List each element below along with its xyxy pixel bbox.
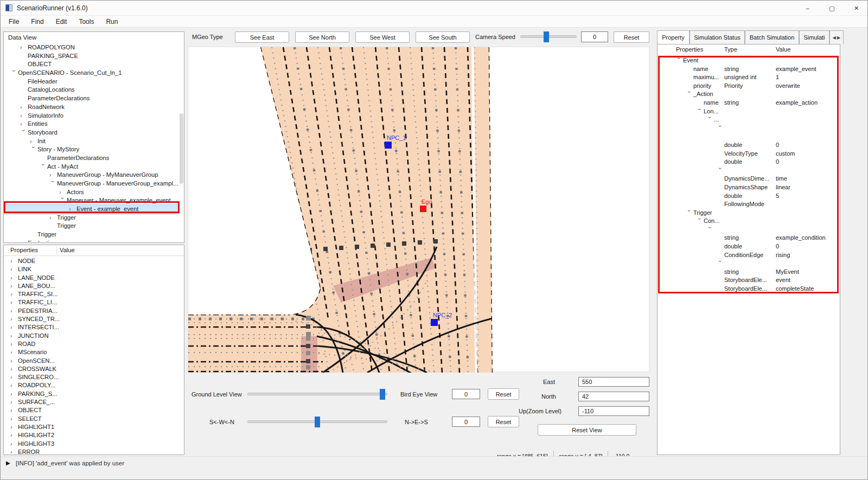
mgeo-property-item[interactable]: ›ERROR bbox=[4, 448, 184, 455]
property-row[interactable]: namestringexample_action bbox=[658, 99, 840, 107]
property-row[interactable]: ›Trigger bbox=[658, 209, 840, 217]
chevron-collapsed-icon[interactable]: › bbox=[10, 265, 18, 273]
rotation-input[interactable]: 0 bbox=[452, 417, 480, 427]
property-row[interactable]: › bbox=[658, 259, 840, 268]
property-row[interactable]: ›Con... bbox=[658, 217, 840, 226]
mgeo-property-item[interactable]: ›SINGLECRO... bbox=[4, 373, 184, 381]
vehicle-npc1-marker[interactable] bbox=[385, 142, 392, 149]
mgeo-property-item[interactable]: ›HIGHLIGHT1 bbox=[4, 423, 184, 431]
maximize-button[interactable]: ▢ bbox=[820, 1, 844, 16]
tree-item[interactable]: ›ManeuverGroup - ManueverGroup_exampl... bbox=[4, 180, 180, 188]
see-west-button[interactable]: See West bbox=[355, 31, 410, 43]
chevron-collapsed-icon[interactable]: › bbox=[10, 315, 18, 323]
see-north-button[interactable]: See North bbox=[295, 31, 349, 43]
property-row[interactable]: double5 bbox=[658, 192, 840, 201]
property-row[interactable]: ›Event bbox=[658, 56, 840, 65]
chevron-collapsed-icon[interactable]: › bbox=[59, 188, 67, 197]
chevron-collapsed-icon[interactable]: › bbox=[10, 332, 18, 340]
property-row[interactable]: stringMyEvent bbox=[658, 268, 840, 277]
chevron-collapsed-icon[interactable]: › bbox=[10, 373, 18, 381]
chevron-expanded-icon[interactable]: › bbox=[685, 91, 693, 98]
property-row[interactable]: DynamicsShapelinear bbox=[658, 183, 840, 192]
camera-speed-slider-handle[interactable] bbox=[544, 31, 549, 42]
menu-run[interactable]: Run bbox=[100, 18, 124, 25]
mgeo-property-item[interactable]: ›ROAD bbox=[4, 340, 184, 348]
chevron-collapsed-icon[interactable]: › bbox=[10, 423, 18, 431]
property-row[interactable]: ConditionEdgerising bbox=[658, 251, 840, 260]
mgeo-property-item[interactable]: ›OpenSCEN... bbox=[4, 357, 184, 365]
chevron-expanded-icon[interactable]: › bbox=[58, 197, 67, 204]
mgeo-property-item[interactable]: ›PARKING_S... bbox=[4, 390, 184, 398]
tree-item[interactable]: ›OpenSCENARIO - Scenario_Cut_In_1 bbox=[4, 69, 180, 78]
chevron-collapsed-icon[interactable]: › bbox=[10, 357, 18, 365]
property-row[interactable]: StoryboardEle...completeState bbox=[658, 285, 840, 293]
mgeo-property-item[interactable]: ›PEDESTRIA... bbox=[4, 307, 184, 315]
tree-item[interactable]: ›Event - example_event bbox=[4, 205, 180, 214]
mgeo-property-item[interactable]: ›ROADPOLY... bbox=[4, 381, 184, 389]
minimize-button[interactable]: – bbox=[795, 1, 820, 16]
chevron-expanded-icon[interactable]: › bbox=[695, 108, 704, 114]
chevron-collapsed-icon[interactable]: › bbox=[49, 214, 57, 222]
chevron-collapsed-icon[interactable]: › bbox=[10, 365, 18, 373]
east-input[interactable]: 550 bbox=[578, 377, 649, 387]
tree-item[interactable]: ParameterDeclarations bbox=[4, 94, 180, 103]
tree-item[interactable]: ›Init bbox=[4, 137, 180, 146]
tree-item[interactable]: ›Entities bbox=[4, 120, 180, 129]
chevron-expanded-icon[interactable]: › bbox=[674, 57, 683, 64]
tree-item[interactable]: PARKING_SPACE bbox=[4, 52, 180, 61]
vehicle-ego-marker[interactable] bbox=[420, 206, 426, 212]
tab-simulation-status[interactable]: Simulation Status bbox=[690, 30, 745, 44]
tree-item[interactable]: ›ManeuverGroup - MyManeuverGroup bbox=[4, 171, 180, 180]
tree-item[interactable]: ›Maneuver - Maneuver_example_event bbox=[4, 196, 180, 205]
menu-file[interactable]: File bbox=[3, 18, 25, 25]
mgeo-property-item[interactable]: ›TRAFFIC_SI... bbox=[4, 290, 184, 298]
chevron-collapsed-icon[interactable]: › bbox=[10, 398, 18, 406]
mgeo-property-item[interactable]: ›TRAFFIC_LI... bbox=[4, 298, 184, 306]
tree-item[interactable]: Trigger bbox=[4, 222, 180, 231]
tree-item[interactable]: ParameterDeclarations bbox=[4, 154, 180, 163]
property-row[interactable] bbox=[658, 132, 840, 141]
see-south-button[interactable]: See South bbox=[416, 31, 470, 43]
property-row[interactable]: namestringexample_event bbox=[658, 65, 840, 74]
bird-eye-reset-button[interactable]: Reset bbox=[488, 388, 519, 400]
chevron-collapsed-icon[interactable]: › bbox=[10, 448, 18, 455]
ground-level-slider-handle[interactable] bbox=[380, 389, 385, 400]
log-expand-icon[interactable]: ▶ bbox=[6, 460, 10, 466]
property-row[interactable]: maximu...unsigned int1 bbox=[658, 73, 840, 82]
chevron-expanded-icon[interactable]: › bbox=[48, 181, 57, 187]
tree-item[interactable]: FileHeader bbox=[4, 78, 180, 86]
tree-item[interactable]: CatalogLocations bbox=[4, 86, 180, 94]
tree-item[interactable]: ›SimulatorInfo bbox=[4, 112, 180, 120]
property-row[interactable]: FollowingMode bbox=[658, 200, 840, 209]
mgeo-property-item[interactable]: ›NODE bbox=[4, 257, 184, 265]
tab-simulation-truncated[interactable]: Simulati bbox=[799, 30, 829, 44]
chevron-collapsed-icon[interactable]: › bbox=[20, 103, 28, 112]
chevron-expanded-icon[interactable]: › bbox=[716, 168, 724, 174]
chevron-collapsed-icon[interactable]: › bbox=[10, 406, 18, 414]
property-row[interactable]: stringexample_condition bbox=[658, 234, 840, 242]
rotation-slider[interactable] bbox=[247, 420, 387, 423]
close-button[interactable]: ✕ bbox=[844, 1, 868, 16]
chevron-collapsed-icon[interactable]: › bbox=[10, 340, 18, 348]
tree-item[interactable]: ›Story - MyStory bbox=[4, 145, 180, 154]
mgeo-property-item[interactable]: ›SURFACE_... bbox=[4, 398, 184, 406]
chevron-collapsed-icon[interactable]: › bbox=[10, 282, 18, 290]
chevron-expanded-icon[interactable]: › bbox=[39, 163, 47, 170]
chevron-collapsed-icon[interactable]: › bbox=[10, 415, 18, 423]
tree-item[interactable]: Trigger bbox=[4, 231, 180, 239]
tab-scroll-left-icon[interactable]: ◀ bbox=[833, 35, 836, 40]
chevron-collapsed-icon[interactable]: › bbox=[10, 274, 18, 282]
camera-speed-input[interactable]: 0 bbox=[581, 31, 608, 42]
rotation-slider-handle[interactable] bbox=[315, 417, 320, 427]
tree-item[interactable]: OBJECT bbox=[4, 60, 180, 69]
tab-batch-simulation[interactable]: Batch Simulation bbox=[745, 30, 799, 44]
property-row[interactable]: priorityPriorityoverwrite bbox=[658, 82, 840, 91]
mgeo-property-item[interactable]: ›HIGHLIGHT2 bbox=[4, 431, 184, 439]
tab-property[interactable]: Property bbox=[657, 30, 690, 44]
camera-speed-slider[interactable] bbox=[520, 35, 577, 38]
property-row[interactable]: ›Lon... bbox=[658, 107, 840, 116]
tab-scroll-arrows[interactable]: ◀ ▶ bbox=[829, 30, 844, 44]
mgeo-property-item[interactable]: ›OBJECT bbox=[4, 406, 184, 414]
property-row[interactable]: › bbox=[658, 124, 840, 133]
chevron-expanded-icon[interactable]: › bbox=[716, 125, 724, 132]
